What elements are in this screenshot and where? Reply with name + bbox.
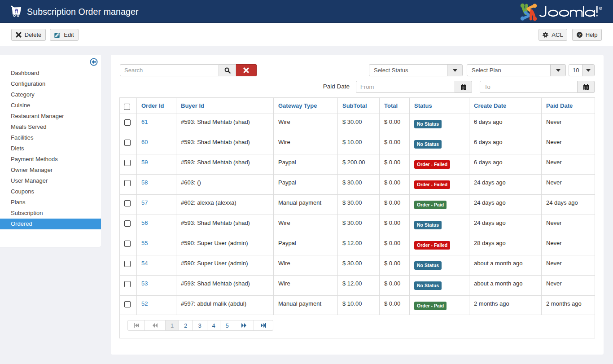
svg-text:?: ?	[578, 33, 581, 37]
svg-text:R: R	[600, 7, 601, 10]
